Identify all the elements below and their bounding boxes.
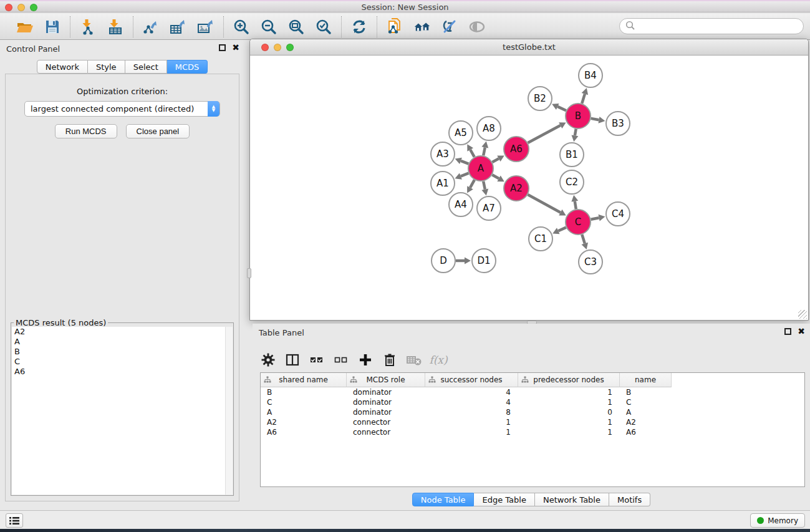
table-row[interactable]: Cdominator41C bbox=[261, 397, 804, 407]
hide-graphics-details-icon[interactable] bbox=[441, 18, 458, 36]
memory-button[interactable]: Memory bbox=[750, 513, 805, 528]
search-field[interactable] bbox=[636, 20, 803, 32]
graph-edge-A2-C[interactable] bbox=[528, 195, 561, 213]
zoom-fit-icon[interactable] bbox=[287, 18, 305, 36]
table-row[interactable]: A2connector11A2 bbox=[261, 417, 804, 427]
graph-edge-A-A3[interactable] bbox=[461, 161, 468, 164]
resize-grip-icon[interactable] bbox=[798, 310, 807, 319]
column-header-shared-name[interactable]: shared name bbox=[261, 373, 347, 387]
graph-node-label: B1 bbox=[566, 149, 578, 160]
import-network-icon[interactable] bbox=[79, 18, 97, 36]
graph-edge-C-C4[interactable] bbox=[591, 218, 599, 220]
graph-edge-C-C1[interactable] bbox=[558, 228, 566, 231]
close-table-panel-icon[interactable]: ✖ bbox=[798, 328, 805, 335]
delete-columns-icon[interactable] bbox=[382, 352, 398, 368]
zoom-selected-icon[interactable] bbox=[315, 18, 332, 36]
graph-edge-B-B3[interactable] bbox=[591, 118, 599, 120]
save-session-icon[interactable] bbox=[44, 18, 61, 36]
zoom-out-icon[interactable] bbox=[260, 18, 277, 36]
float-table-panel-icon[interactable] bbox=[784, 328, 791, 335]
control-panel-title: Control Panel bbox=[6, 44, 60, 54]
graph-edge-B-B1[interactable] bbox=[575, 129, 576, 136]
chevron-up-down-icon: ▲▼ bbox=[208, 101, 219, 117]
cell-MCDS-role: connector bbox=[347, 427, 425, 437]
float-panel-icon[interactable] bbox=[219, 44, 226, 51]
table-options-gear-icon[interactable] bbox=[260, 352, 276, 368]
refresh-icon[interactable] bbox=[350, 18, 368, 36]
tab-mcds[interactable]: MCDS bbox=[167, 60, 208, 74]
graph-edge-arrow bbox=[572, 135, 579, 142]
graph-edge-A-A4[interactable] bbox=[470, 180, 475, 188]
column-header-successor-nodes[interactable]: successor nodes bbox=[425, 373, 518, 387]
add-column-icon[interactable] bbox=[357, 352, 374, 368]
graph-edge-A-A6[interactable] bbox=[492, 158, 499, 162]
result-list-item[interactable]: A bbox=[12, 337, 233, 347]
home-icon[interactable] bbox=[413, 18, 431, 36]
tab-network-table[interactable]: Network Table bbox=[535, 493, 609, 506]
result-scrollbar[interactable] bbox=[225, 327, 233, 495]
graph-edge-A6-B[interactable] bbox=[528, 125, 561, 143]
toolbar-group bbox=[7, 18, 70, 36]
status-bar: Memory bbox=[0, 510, 810, 529]
cell-shared-name: A bbox=[261, 407, 347, 417]
export-network-icon[interactable] bbox=[142, 18, 160, 36]
graph-edge-A-A1[interactable] bbox=[461, 173, 469, 177]
column-header-MCDS-role[interactable]: MCDS role bbox=[347, 373, 425, 387]
export-table-icon[interactable] bbox=[170, 18, 187, 36]
task-history-button[interactable] bbox=[6, 513, 23, 528]
network-graph[interactable]: B4B2BB3A8A5A6A3B1AC2A1A2A4A7C4CC1DD1C3 bbox=[250, 56, 808, 320]
graph-edge-C-C3[interactable] bbox=[582, 235, 585, 243]
import-table-icon[interactable] bbox=[107, 18, 124, 36]
column-header-predecessor-nodes[interactable]: predecessor nodes bbox=[518, 373, 620, 387]
close-panel-icon[interactable]: ✖ bbox=[232, 44, 239, 51]
network-canvas[interactable]: B4B2BB3A8A5A6A3B1AC2A1A2A4A7C4CC1DD1C3 bbox=[250, 56, 808, 320]
graph-edge-B-B2[interactable] bbox=[557, 107, 566, 110]
result-list-item[interactable]: B bbox=[12, 347, 233, 357]
select-all-rows-icon[interactable] bbox=[309, 352, 325, 368]
export-image-icon[interactable] bbox=[197, 18, 215, 36]
tab-select[interactable]: Select bbox=[125, 60, 167, 74]
close-panel-button[interactable]: Close panel bbox=[126, 124, 190, 138]
graph-edge-C-C2[interactable] bbox=[575, 201, 576, 210]
graph-edge-A-A2[interactable] bbox=[492, 175, 499, 178]
network-minimize-button[interactable] bbox=[274, 44, 281, 51]
network-from-selection-icon[interactable] bbox=[386, 18, 403, 36]
toolbar-group bbox=[133, 18, 223, 36]
vertical-splitter-handle[interactable] bbox=[247, 268, 251, 278]
network-zoom-button[interactable] bbox=[286, 44, 294, 51]
table-row[interactable]: Bdominator41B bbox=[261, 387, 804, 397]
tab-network[interactable]: Network bbox=[37, 60, 88, 74]
tab-edge-table[interactable]: Edge Table bbox=[474, 493, 534, 506]
result-list-item[interactable]: A6 bbox=[12, 367, 233, 377]
graph-edge-A-A8[interactable] bbox=[483, 147, 485, 155]
tab-style[interactable]: Style bbox=[88, 60, 125, 74]
cell-successor-nodes: 1 bbox=[425, 417, 518, 427]
equation-builder-icon: f(x) bbox=[430, 352, 446, 368]
table-row[interactable]: A6connector11A6 bbox=[261, 427, 804, 437]
show-columns-icon[interactable] bbox=[284, 352, 301, 368]
graph-edge-A-A7[interactable] bbox=[483, 181, 485, 190]
column-header-name[interactable]: name bbox=[620, 373, 672, 387]
result-list-item[interactable]: A2 bbox=[12, 327, 233, 337]
optimization-criterion-select[interactable]: largest connected component (directed) ▲… bbox=[24, 101, 220, 117]
mcds-panel: Optimization criterion: largest connecte… bbox=[5, 74, 239, 501]
network-window-titlebar[interactable]: testGlobe.txt bbox=[250, 39, 808, 56]
graph-node-label: A6 bbox=[510, 143, 523, 155]
network-window-controls bbox=[261, 44, 294, 51]
toolbar-group bbox=[70, 18, 133, 36]
zoom-in-icon[interactable] bbox=[233, 18, 250, 36]
birds-eye-view-icon[interactable] bbox=[468, 18, 486, 36]
open-file-icon[interactable] bbox=[16, 18, 34, 36]
search-input[interactable] bbox=[619, 18, 804, 34]
run-mcds-button[interactable]: Run MCDS bbox=[55, 124, 117, 138]
graph-node-label: B bbox=[575, 110, 581, 122]
tab-motifs[interactable]: Motifs bbox=[609, 493, 650, 506]
network-close-button[interactable] bbox=[261, 44, 269, 51]
table-row[interactable]: Adominator80A bbox=[261, 407, 804, 417]
cell-name: C bbox=[620, 397, 672, 407]
tab-node-table[interactable]: Node Table bbox=[412, 493, 475, 506]
result-list-item[interactable]: C bbox=[12, 357, 233, 367]
graph-edge-B-B4[interactable] bbox=[582, 94, 585, 104]
graph-edge-A-A5[interactable] bbox=[470, 150, 475, 157]
unselect-all-rows-icon[interactable] bbox=[333, 352, 349, 368]
